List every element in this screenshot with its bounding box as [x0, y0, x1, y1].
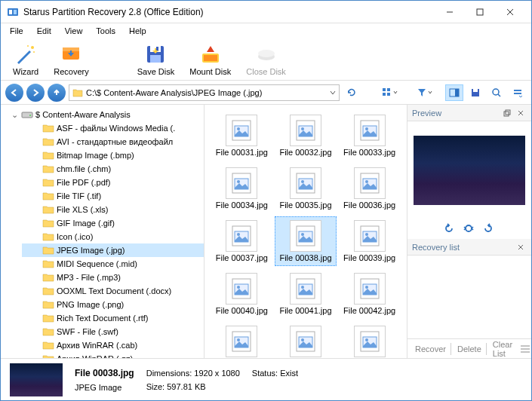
mount-disk-label: Mount Disk [189, 67, 231, 76]
preview-header: Preview [407, 105, 531, 121]
tree-item[interactable]: File PDF (.pdf) [22, 176, 204, 189]
file-item[interactable]: File 00036.jpg [338, 164, 401, 213]
recover-button[interactable]: Recover [411, 343, 451, 355]
recovery-view-icon[interactable] [520, 344, 530, 354]
tree-item[interactable]: MIDI Sequence (.mid) [22, 257, 204, 271]
tree-item[interactable]: GIF Image (.gif) [22, 216, 204, 230]
svg-point-75 [301, 338, 304, 341]
file-item[interactable]: File 00040.jpg [211, 269, 273, 319]
folder-icon [42, 231, 54, 242]
recovery-list-body[interactable] [407, 256, 531, 338]
address-dropdown-icon[interactable] [330, 90, 336, 96]
svg-rect-1 [9, 10, 12, 14]
delete-button[interactable]: Delete [453, 343, 487, 355]
svg-rect-23 [387, 93, 390, 96]
tree-item[interactable]: chm.file (.chm) [22, 162, 204, 176]
tree-item[interactable]: OOXML Text Document (.docx) [22, 284, 204, 298]
tree-item[interactable]: File XLS (.xls) [22, 203, 204, 216]
folder-icon [42, 177, 54, 188]
menu-view[interactable]: View [59, 25, 89, 37]
close-button[interactable] [495, 2, 525, 23]
file-item[interactable]: File 00033.jpg [338, 111, 401, 161]
rotate-left-icon[interactable] [443, 222, 457, 236]
file-item[interactable]: File 00037.jpg [211, 216, 273, 266]
preview-close-icon[interactable] [515, 107, 527, 119]
recovery-button[interactable]: Recovery [48, 41, 94, 78]
wizard-button[interactable]: Wizard [7, 41, 45, 78]
preview-popout-icon[interactable] [501, 107, 513, 119]
svg-point-54 [237, 233, 240, 236]
maximize-button[interactable] [465, 2, 495, 23]
tree-item[interactable]: Bitmap Image (.bmp) [22, 148, 204, 162]
menu-help[interactable]: Help [123, 25, 152, 37]
tree-item[interactable]: File TIF (.tif) [22, 189, 204, 203]
view-mode-button[interactable] [380, 84, 398, 101]
tree-item[interactable]: MP3 - File (.mp3) [22, 271, 204, 284]
preview-title: Preview [412, 109, 441, 118]
options-button[interactable] [509, 84, 527, 101]
menu-tools[interactable]: Tools [90, 25, 121, 37]
tree-root[interactable]: ⌄ $ Content-Aware Analysis [1, 108, 204, 121]
filter-button[interactable] [415, 84, 433, 101]
menu-file[interactable]: File [4, 25, 29, 37]
svg-point-9 [33, 51, 35, 53]
rotate-180-icon[interactable] [463, 222, 476, 236]
file-name-label: File 00031.jpg [216, 148, 268, 157]
svg-point-28 [493, 89, 499, 95]
minimize-button[interactable] [435, 2, 465, 23]
tree-item[interactable]: AVI - стандартные видеофайл [22, 135, 204, 148]
folder-icon [42, 245, 54, 256]
tree-item[interactable]: SWF - File (.swf) [22, 325, 204, 338]
save-disk-button[interactable]: Save Disk [131, 41, 181, 78]
file-item[interactable]: File 00044.jpg [275, 322, 337, 358]
nav-up-button[interactable] [48, 84, 66, 102]
file-item[interactable]: File 00041.jpg [275, 269, 337, 319]
file-item[interactable]: File 00038.jpg [275, 216, 337, 266]
file-item[interactable]: File 00045.jpg [338, 322, 401, 358]
preview-pane-button[interactable] [445, 84, 463, 101]
tree-item-label: PNG Image (.png) [57, 300, 124, 309]
folder-tree[interactable]: ⌄ $ Content-Aware Analysis ASF - файлы W… [1, 105, 204, 358]
tree-item[interactable]: Icon (.ico) [22, 230, 204, 243]
clear-list-button[interactable]: Clear List [488, 338, 517, 359]
right-pane: Preview Recovery list Recover Delete Cle… [407, 105, 531, 358]
file-item[interactable]: File 00039.jpg [338, 216, 401, 266]
tree-item[interactable]: Архив WinRAR (.gz) [22, 352, 204, 358]
nav-forward-button[interactable] [26, 84, 45, 102]
file-thumbnail-icon [354, 220, 386, 252]
tree-item[interactable]: PNG Image (.png) [22, 298, 204, 311]
address-bar[interactable] [69, 84, 340, 101]
svg-point-60 [365, 233, 368, 236]
app-icon [7, 6, 19, 18]
address-input[interactable] [86, 88, 327, 97]
tree-item[interactable]: ASF - файлы Windows Media (. [22, 121, 204, 135]
file-item[interactable]: File 00035.jpg [275, 164, 337, 213]
tree-item-label: File XLS (.xls) [57, 205, 108, 214]
status-filename: File 00038.jpg [75, 368, 134, 378]
search-button[interactable] [487, 84, 506, 101]
tree-item[interactable]: Rich Text Document (.rtf) [22, 311, 204, 325]
file-item[interactable]: File 00034.jpg [211, 164, 273, 213]
svg-rect-31 [514, 93, 521, 94]
svg-point-19 [258, 50, 275, 57]
file-item[interactable]: File 00031.jpg [211, 111, 273, 161]
rotate-right-icon[interactable] [482, 222, 496, 236]
collapse-icon[interactable]: ⌄ [10, 110, 19, 120]
save-button[interactable] [466, 84, 484, 101]
file-name-label: File 00038.jpg [279, 253, 331, 262]
folder-icon [42, 326, 54, 337]
svg-rect-27 [473, 89, 478, 92]
tree-item[interactable]: Архив WinRAR (.cab) [22, 338, 204, 352]
tree-item[interactable]: JPEG Image (.jpg) [22, 243, 204, 257]
mount-disk-button[interactable]: Mount Disk [183, 41, 237, 78]
main-area: ⌄ $ Content-Aware Analysis ASF - файлы W… [1, 105, 531, 358]
nav-back-button[interactable] [5, 84, 23, 102]
preview-controls [407, 219, 531, 239]
refresh-button[interactable] [343, 84, 361, 101]
file-item[interactable]: File 00032.jpg [275, 111, 337, 161]
file-list[interactable]: File 00031.jpgFile 00032.jpgFile 00033.j… [204, 105, 407, 358]
file-item[interactable]: File 00043.jpg [211, 322, 273, 358]
recovery-close-icon[interactable] [515, 241, 527, 253]
menu-edit[interactable]: Edit [31, 25, 57, 37]
file-item[interactable]: File 00042.jpg [338, 269, 401, 319]
